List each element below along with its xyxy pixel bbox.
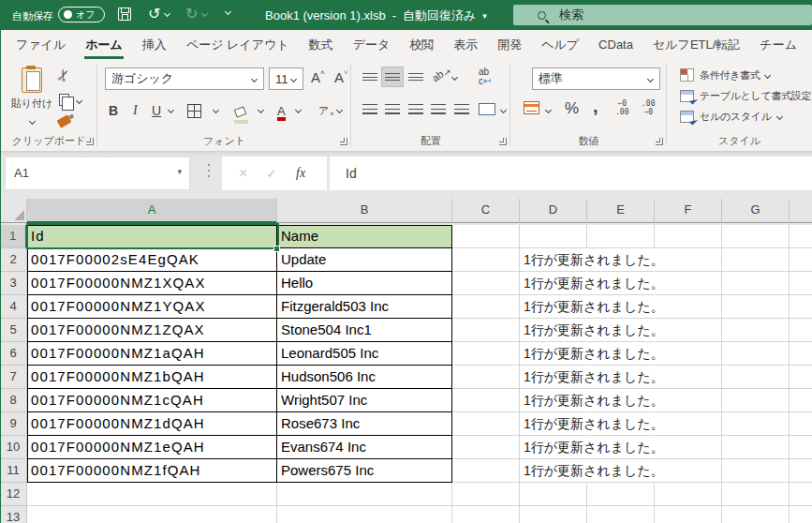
cell-G12[interactable] xyxy=(722,483,790,506)
copy-chevron-icon[interactable] xyxy=(76,97,82,104)
cell-F9[interactable] xyxy=(655,412,722,436)
column-header-B[interactable]: B xyxy=(277,199,452,223)
cell-styles-button[interactable]: セルのスタイル xyxy=(680,108,782,125)
fill-color-button[interactable] xyxy=(234,100,248,125)
column-header-C[interactable]: C xyxy=(452,199,520,223)
name-box-dropdown-icon[interactable]: ▾ xyxy=(177,157,182,186)
tab-view[interactable]: 表示 xyxy=(453,30,478,60)
cell-H6[interactable] xyxy=(790,342,812,366)
row-header-8[interactable]: 8 xyxy=(0,389,27,412)
cell-A2[interactable]: 0017F00002sE4EgQAK xyxy=(27,248,277,272)
name-box[interactable]: A1▾ xyxy=(5,157,190,190)
cell-G2[interactable] xyxy=(722,248,790,272)
cell-A6[interactable]: 0017F00000NMZ1aQAH xyxy=(27,342,277,366)
cell-C2[interactable] xyxy=(452,248,520,272)
paste-button[interactable]: 貼り付け xyxy=(9,66,54,127)
row-header-5[interactable]: 5 xyxy=(0,319,27,342)
tab-help[interactable]: ヘルプ xyxy=(541,30,579,60)
cell-D5-message[interactable]: 1行が更新されました。 xyxy=(520,319,664,341)
title-dropdown-icon[interactable]: ▾ xyxy=(482,11,487,21)
increase-decimal-button[interactable]: ←0 .00 xyxy=(615,99,628,116)
cell-A1[interactable]: Id xyxy=(27,225,277,248)
column-header-A[interactable]: A xyxy=(27,199,277,223)
cell-A11[interactable]: 0017F00000NMZ1fQAH xyxy=(27,459,277,483)
cell-C13[interactable] xyxy=(452,506,520,523)
merge-chevron-icon[interactable] xyxy=(500,107,507,113)
row-header-4[interactable]: 4 xyxy=(0,295,27,319)
tab-home[interactable]: ホーム xyxy=(85,30,123,60)
cell-H7[interactable] xyxy=(790,366,812,389)
increase-indent-button[interactable] xyxy=(450,98,473,119)
cell-D3-message[interactable]: 1行が更新されました。 xyxy=(520,272,664,294)
cell-D11-message[interactable]: 1行が更新されました。 xyxy=(520,459,664,482)
cell-D1[interactable] xyxy=(520,225,587,248)
cell-G8[interactable] xyxy=(722,389,790,412)
cell-G11[interactable] xyxy=(722,459,790,483)
row-header-7[interactable]: 7 xyxy=(0,366,27,389)
cell-C7[interactable] xyxy=(452,366,520,389)
cell-G7[interactable] xyxy=(722,366,790,389)
tab-data[interactable]: データ xyxy=(353,30,391,60)
borders-chevron-icon[interactable] xyxy=(213,107,219,113)
cell-B7[interactable]: Hudson506 Inc xyxy=(277,366,452,389)
save-icon[interactable] xyxy=(118,7,131,21)
cell-F6[interactable] xyxy=(655,342,722,366)
cell-B4[interactable]: Fitzgerald503 Inc xyxy=(277,295,452,319)
wrap-text-button[interactable]: abc↩ xyxy=(479,67,491,86)
cell-H1[interactable] xyxy=(790,225,812,248)
column-header-G[interactable]: G xyxy=(722,199,790,223)
cell-B9[interactable]: Rose673 Inc xyxy=(277,412,452,436)
cell-C9[interactable] xyxy=(452,412,520,436)
cell-H12[interactable] xyxy=(790,483,812,506)
cell-F11[interactable] xyxy=(655,459,722,483)
cell-C6[interactable] xyxy=(452,342,520,366)
cell-A4[interactable]: 0017F00000NMZ1YQAX xyxy=(27,295,277,319)
cell-H10[interactable] xyxy=(790,436,812,459)
accounting-chevron-icon[interactable] xyxy=(545,107,552,113)
cell-F13[interactable] xyxy=(655,506,722,523)
column-header-partial[interactable] xyxy=(790,199,812,223)
cell-H13[interactable] xyxy=(790,506,812,523)
tab-developer[interactable]: 開発 xyxy=(497,30,522,60)
cell-C10[interactable] xyxy=(452,436,520,459)
cell-D10-message[interactable]: 1行が更新されました。 xyxy=(520,436,664,458)
row-header-2[interactable]: 2 xyxy=(0,248,27,272)
autosave-toggle[interactable]: オフ xyxy=(58,7,105,22)
cell-H8[interactable] xyxy=(790,389,812,412)
phonetic-button[interactable]: ア≡ xyxy=(318,98,332,123)
cell-F12[interactable] xyxy=(655,483,722,506)
borders-button[interactable] xyxy=(187,98,201,123)
enter-icon[interactable]: ✓ xyxy=(266,166,277,181)
cell-B1[interactable]: Name xyxy=(277,225,452,248)
cell-D7-message[interactable]: 1行が更新されました。 xyxy=(520,366,664,388)
cell-D13[interactable] xyxy=(520,506,587,523)
cell-D2-message[interactable]: 1行が更新されました。 xyxy=(520,248,664,271)
cell-F3[interactable] xyxy=(655,272,722,295)
cell-D8-message[interactable]: 1行が更新されました。 xyxy=(520,389,664,411)
row-header-6[interactable]: 6 xyxy=(0,342,27,366)
cell-B6[interactable]: Leonard505 Inc xyxy=(277,342,452,366)
cell-A7[interactable]: 0017F00000NMZ1bQAH xyxy=(27,366,277,389)
cell-A3[interactable]: 0017F00000NMZ1XQAX xyxy=(27,272,277,295)
conditional-formatting-button[interactable]: 条件付き書式 xyxy=(680,67,770,83)
cell-H3[interactable] xyxy=(790,272,812,295)
quick-access-menu-icon[interactable] xyxy=(223,9,232,14)
cell-F7[interactable] xyxy=(655,366,722,389)
cell-C1[interactable] xyxy=(452,225,520,248)
cell-F1[interactable] xyxy=(655,225,722,248)
decrease-decimal-button[interactable]: .00 →0 xyxy=(642,99,655,116)
cell-A9[interactable]: 0017F00000NMZ1dQAH xyxy=(27,412,277,436)
cell-G5[interactable] xyxy=(722,319,790,342)
cell-G1[interactable] xyxy=(722,225,790,248)
font-color-chevron-icon[interactable] xyxy=(295,107,302,113)
row-header-1[interactable]: 1 xyxy=(0,225,27,248)
percent-style-button[interactable]: % xyxy=(565,99,579,118)
cell-D12[interactable] xyxy=(520,483,587,506)
row-header-11[interactable]: 11 xyxy=(0,459,27,483)
cell-E12[interactable] xyxy=(587,483,655,506)
tab-cdata[interactable]: CData xyxy=(598,30,633,60)
merge-center-button[interactable] xyxy=(479,103,495,115)
cell-B3[interactable]: Hello xyxy=(277,272,452,295)
cell-E13[interactable] xyxy=(587,506,655,523)
cell-B10[interactable]: Evans674 Inc xyxy=(277,436,452,459)
